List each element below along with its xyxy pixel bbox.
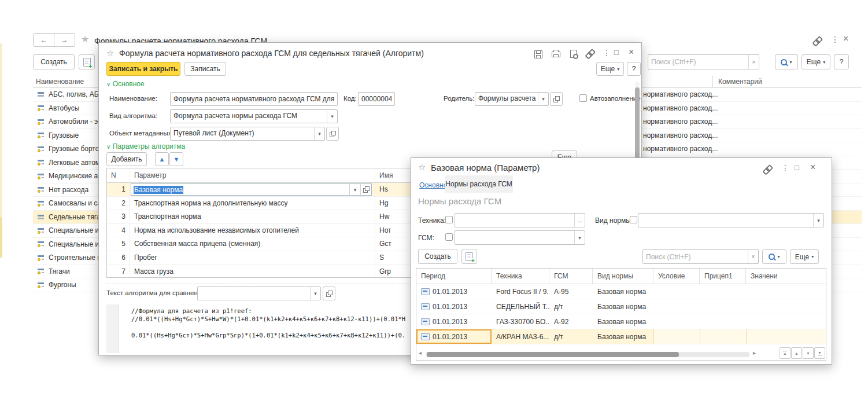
link-icon[interactable] [761, 164, 773, 175]
dialog-more-button[interactable]: Еще▾ [596, 62, 624, 76]
norms-more-button[interactable]: Еще▾ [790, 249, 819, 264]
search-button[interactable]: ▾ [762, 249, 786, 264]
link-icon[interactable] [583, 48, 595, 60]
link-icon[interactable] [811, 35, 822, 47]
go-next-button[interactable]: ▼ [803, 347, 814, 359]
scroll-left-icon[interactable]: ◂ [419, 350, 422, 356]
code-input[interactable] [359, 93, 394, 105]
col-value[interactable]: Значени [746, 269, 826, 284]
save-button[interactable]: Записать [184, 62, 226, 76]
move-up-button[interactable]: ▲ [155, 152, 169, 166]
fuel-filter-combobox[interactable]: ▾ [455, 230, 585, 245]
col-tech[interactable]: Техника [492, 269, 549, 284]
compare-open-button[interactable] [323, 287, 335, 300]
chevron-down-icon[interactable]: ▾ [538, 93, 548, 105]
chevron-down-icon[interactable]: ▾ [813, 214, 823, 227]
autofill-checkbox[interactable] [579, 94, 587, 102]
col-fuel[interactable]: ГСМ [549, 269, 593, 284]
compare-combobox[interactable]: ▾ [197, 287, 321, 300]
move-down-button[interactable]: ▼ [169, 152, 183, 166]
kebab-icon[interactable]: ⋮ [603, 48, 611, 57]
chevron-down-icon[interactable]: ▾ [574, 231, 585, 244]
kind-filter-checkbox[interactable] [630, 216, 637, 223]
maximize-icon[interactable]: □ [614, 48, 619, 57]
tech-filter-checkbox[interactable] [445, 216, 453, 223]
chevron-down-icon[interactable]: ▾ [327, 110, 337, 123]
kind-cell: Базовая норма [593, 284, 653, 299]
param-edit-cell[interactable]: Базовая норма ▾ [131, 183, 372, 196]
param-name: S [379, 254, 384, 262]
metadata-combobox[interactable]: Путевой лист (Документ) ▾ [170, 127, 325, 141]
col-n[interactable]: N [107, 171, 130, 179]
col-period[interactable]: Период [416, 269, 492, 284]
close-icon[interactable]: × [629, 47, 634, 57]
col-trailer[interactable]: Прицеп1 [700, 269, 746, 284]
scroll-right-icon[interactable]: ▸ [753, 350, 756, 356]
kebab-icon[interactable]: ⋮ [781, 163, 789, 172]
column-header-name[interactable]: Наименование [36, 78, 84, 86]
preview-icon[interactable] [570, 50, 577, 58]
condition-cell [653, 299, 700, 314]
go-first-button[interactable]: ▲ [780, 347, 791, 359]
close-icon[interactable]: × [810, 162, 815, 172]
create-norm-button[interactable]: Создать [418, 249, 457, 264]
metadata-open-button[interactable] [326, 127, 339, 141]
maximize-icon[interactable]: □ [795, 163, 799, 172]
open-cell-button[interactable] [360, 184, 371, 195]
close-icon[interactable]: × [843, 34, 848, 44]
list-more-button[interactable]: Еще▾ [801, 54, 830, 69]
fuel-cell: д/т [549, 299, 593, 314]
save-icon[interactable] [534, 50, 542, 58]
favorite-star-icon[interactable]: ★ [81, 34, 89, 45]
kind-combobox[interactable]: Формула расчета нормы расхода ГСМ ▾ [170, 109, 338, 123]
chevron-down-icon[interactable]: ▾ [314, 127, 324, 140]
section-params[interactable]: ∨ Параметры алгоритма [106, 142, 185, 150]
help-button[interactable]: ? [834, 54, 849, 69]
search-button[interactable]: ▾ [775, 54, 798, 69]
tech-filter-field[interactable]: ... [455, 213, 585, 227]
fuel-filter-checkbox[interactable] [445, 233, 453, 241]
nav-back-button[interactable]: ← [33, 33, 54, 47]
search-input[interactable] [643, 250, 748, 263]
norm-row[interactable]: 01.01.2013 ГАЗ-330700 БО... А-92 Базовая… [416, 314, 826, 329]
arrow-down-icon: ▼ [173, 156, 180, 163]
element-icon [38, 132, 45, 138]
add-param-button[interactable]: Добавить [106, 152, 147, 166]
go-last-button[interactable]: ▼ [814, 347, 825, 359]
favorite-star-icon[interactable]: ☆ [106, 48, 114, 58]
print-icon[interactable] [552, 52, 560, 57]
dialog-help-button[interactable]: ? [627, 62, 641, 76]
search-clear-icon[interactable]: × [748, 55, 759, 69]
chevron-down-icon[interactable]: ▾ [349, 184, 360, 195]
kind-cell: Базовая норма [593, 314, 653, 329]
search-clear-icon[interactable]: × [748, 250, 758, 263]
search-input[interactable] [648, 55, 748, 69]
col-kind[interactable]: Вид нормы [593, 269, 653, 284]
name-input[interactable] [171, 93, 337, 105]
tab-norms[interactable]: Нормы расхода ГСМ [445, 175, 513, 193]
create-copy-button[interactable] [461, 249, 477, 264]
create-copy-button[interactable] [79, 54, 95, 69]
autofill-label[interactable]: Автозаполнение [590, 95, 641, 102]
go-prev-button[interactable]: ▲ [791, 347, 802, 359]
section-main[interactable]: ∨ Основное [106, 80, 145, 88]
col-condition[interactable]: Условие [653, 269, 700, 284]
norm-row[interactable]: 01.01.2013 Ford Focus II / 9... А-95 Баз… [416, 284, 826, 299]
norm-row-selected[interactable]: 01.01.2013 А/КРАН МАЗ-6... д/т Базовая н… [416, 329, 826, 344]
col-name[interactable]: Имя [379, 171, 393, 179]
create-button[interactable]: Создать [33, 54, 75, 69]
h-scrollbar-thumb[interactable] [427, 352, 679, 357]
nav-forward-button[interactable]: → [54, 33, 75, 47]
choose-button[interactable]: ... [574, 214, 585, 227]
list-item-comment-fragment: нормативного расход... [643, 117, 718, 126]
chevron-down-icon[interactable]: ▾ [310, 287, 320, 300]
save-close-button[interactable]: Записать и закрыть [106, 62, 180, 76]
favorite-star-icon[interactable]: ☆ [418, 162, 426, 172]
kind-filter-combobox[interactable]: ▾ [638, 213, 824, 227]
h-scrollbar[interactable] [426, 352, 749, 357]
kebab-icon[interactable]: ⋮ [831, 35, 839, 44]
norm-row[interactable]: 01.01.2013 СЕДЕЛЬНЫЙ Т... д/т Базовая но… [416, 299, 826, 314]
parent-open-button[interactable] [550, 92, 563, 106]
parent-combobox[interactable]: Формулы расчета норм Г ▾ [475, 92, 549, 106]
column-header-comment[interactable]: Комментарий [718, 78, 762, 86]
